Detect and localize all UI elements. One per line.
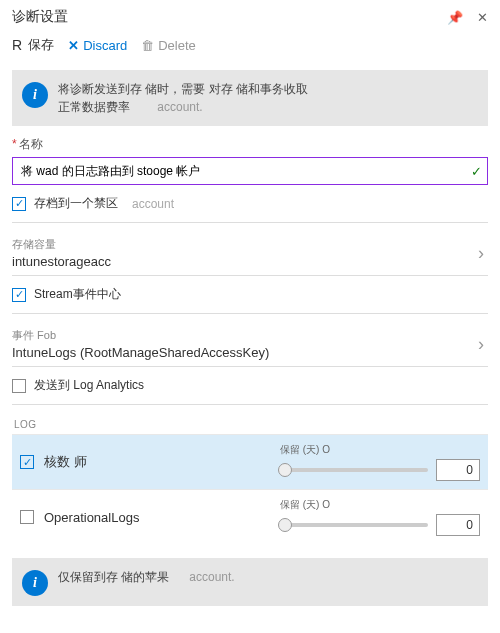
archive-checkbox[interactable]	[12, 197, 26, 211]
loganalytics-checkbox[interactable]	[12, 379, 26, 393]
storage-select[interactable]: 存储容量 intunestorageacc ›	[12, 229, 488, 276]
discard-icon: ✕	[68, 38, 79, 53]
close-icon[interactable]: ✕	[477, 10, 488, 25]
log-section-title: LOG	[14, 419, 488, 430]
pin-icon[interactable]: 📌	[447, 10, 463, 25]
log-row-checkbox[interactable]	[20, 510, 34, 524]
retention-input[interactable]	[436, 459, 480, 481]
name-label: *名称	[12, 136, 488, 153]
valid-icon: ✓	[471, 164, 482, 179]
trash-icon: 🗑	[141, 38, 154, 53]
log-row-checkbox[interactable]	[20, 455, 34, 469]
eventhub-checkbox[interactable]	[12, 288, 26, 302]
page-title: 诊断设置	[12, 8, 68, 26]
retention-slider[interactable]	[280, 468, 428, 472]
archive-checkbox-row[interactable]: 存档到一个禁区 account	[12, 195, 488, 212]
log-row-name: OperationalLogs	[44, 510, 270, 525]
save-button[interactable]: R 保存	[12, 36, 54, 54]
save-icon: R	[12, 37, 22, 53]
delete-button[interactable]: 🗑 Delete	[141, 38, 196, 53]
info-icon: i	[22, 570, 48, 596]
chevron-right-icon: ›	[478, 334, 484, 355]
retention-label: 保留 (天) O	[280, 498, 480, 512]
loganalytics-checkbox-row[interactable]: 发送到 Log Analytics	[12, 377, 488, 394]
info-banner-2: i 仅保留到存 储的苹果 account.	[12, 558, 488, 606]
retention-label: 保留 (天) O	[280, 443, 480, 457]
info-icon: i	[22, 82, 48, 108]
log-row-name: 核数 师	[44, 453, 270, 471]
log-row[interactable]: OperationalLogs 保留 (天) O	[12, 489, 488, 544]
name-input[interactable]	[12, 157, 488, 185]
discard-button[interactable]: ✕ Discard	[68, 38, 127, 53]
chevron-right-icon: ›	[478, 243, 484, 264]
retention-input[interactable]	[436, 514, 480, 536]
eventhub-checkbox-row[interactable]: Stream事件中心	[12, 286, 488, 303]
retention-slider[interactable]	[280, 523, 428, 527]
log-row[interactable]: 核数 师 保留 (天) O	[12, 434, 488, 489]
eventhub-select[interactable]: 事件 Fob IntuneLogs (RootManageSharedAcces…	[12, 320, 488, 367]
info-banner-1: i 将诊断发送到存 储时，需要 对存 储和事务收取 正常数据费率 account…	[12, 70, 488, 126]
